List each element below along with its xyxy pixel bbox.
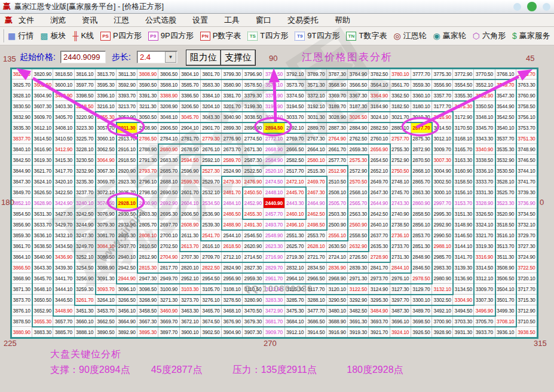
grid-cell: 2776.90 — [222, 133, 243, 144]
menu-item-7[interactable]: 窗口 — [256, 15, 271, 26]
grid-cell: 3021.70 — [390, 112, 411, 122]
toolbar-label: 9P四方形 — [161, 30, 194, 41]
grid-cell: 2608.90 — [180, 219, 201, 230]
toolbar-button-hexagon[interactable]: ⬡六角形 — [473, 30, 506, 41]
grid-cell: 3592.90 — [117, 79, 137, 90]
hexagon-icon: ⬡ — [473, 32, 480, 40]
grid-cell: 3316.90 — [474, 252, 495, 262]
grid-cell-center: 2440.90 — [264, 198, 284, 209]
grid-cell: 3004.90 — [432, 166, 453, 176]
toolbar-button-p-number-table[interactable]: PNP数字表 — [200, 30, 241, 41]
grid-cell: 3799.30 — [222, 69, 243, 79]
grid-cell: 3645.70 — [32, 273, 53, 284]
grid-cell: 2455.30 — [243, 209, 264, 219]
grid-cell: 3420.10 — [53, 176, 74, 187]
grid-cell: 3597.70 — [75, 79, 96, 90]
grid-cell: 3578.50 — [243, 79, 264, 90]
grid-cell: 3355.30 — [453, 90, 474, 101]
grid-cell: 3549.70 — [495, 79, 516, 90]
grid-cell: 3885.70 — [53, 327, 74, 338]
t-square-icon: TS — [247, 32, 258, 41]
close-button[interactable] — [543, 3, 550, 11]
grid-cell: 2445.70 — [285, 187, 306, 198]
toolbar-button-t-square[interactable]: TST四方形 — [247, 30, 288, 41]
grid-cell: 2642.50 — [369, 209, 390, 219]
toolbar-button-9p-square[interactable]: P99P四方形 — [148, 30, 194, 41]
grid-cell: 3122.50 — [348, 284, 369, 295]
grid-cell: 3211.30 — [137, 101, 158, 112]
grid-cell: 3624.10 — [32, 176, 53, 187]
grid-cell: 3170.50 — [453, 122, 474, 133]
start-price-input[interactable]: 2440.9099 — [60, 51, 106, 63]
chevron-down-icon[interactable]: ▼ — [165, 51, 176, 63]
grid-cell: 3204.10 — [201, 101, 222, 112]
toolbar-button-winner-wheel[interactable]: ◉赢家轮 — [433, 30, 466, 41]
toolbar-label: P四方形 — [113, 30, 142, 41]
grid-cell: 3626.50 — [32, 187, 53, 198]
grid-cell: 3045.70 — [180, 112, 201, 122]
menu-item-6[interactable]: 工具 — [224, 15, 240, 26]
resistance-button[interactable]: 阻力位 — [186, 50, 221, 66]
toolbar-button-kline[interactable]: ╫K线 — [72, 30, 94, 41]
menu-item-8[interactable]: 交易委托 — [287, 15, 319, 26]
menu-item-1[interactable]: 浏览 — [50, 15, 66, 26]
grid-cell: 2620.90 — [243, 241, 264, 252]
toolbar-button-t-number-table[interactable]: TNT数字表 — [346, 30, 387, 41]
grid-cell: 2800.90 — [137, 198, 158, 209]
toolbar-button-sectors[interactable]: ▩板块 — [40, 30, 66, 41]
grid-cell: 3477.70 — [306, 305, 327, 316]
grid-cell: 2462.50 — [306, 209, 327, 219]
menu-item-4[interactable]: 公式选股 — [145, 15, 176, 26]
grid-cell: 2896.90 — [243, 122, 264, 133]
grid-cell: 3720.10 — [516, 273, 537, 284]
grid-cell: 2704.90 — [158, 252, 179, 262]
grid-cell: 3458.50 — [137, 305, 158, 316]
step-combobox[interactable]: 2.4 ▼ — [137, 51, 177, 63]
grid-cell: 3847.30 — [11, 176, 32, 187]
toolbar-label: 赢家轮 — [443, 30, 466, 41]
grid-cell: 3295.30 — [369, 295, 390, 305]
toolbar-button-winner-service[interactable]: $赢家服务 — [512, 30, 550, 41]
grid-cell: 2935.30 — [117, 230, 137, 241]
grid-cell: 2786.50 — [137, 133, 158, 144]
maximize-button[interactable] — [527, 2, 537, 11]
menu-item-9[interactable]: 帮助 — [335, 15, 350, 26]
grid-cell: 3451.30 — [75, 305, 96, 316]
grid-cell: 3511.30 — [495, 252, 516, 262]
grid-cell: 2534.50 — [201, 198, 222, 209]
menu-item-3[interactable]: 江恩 — [114, 15, 129, 26]
grid-cell: 2740.90 — [390, 209, 411, 219]
grid-cell: 2784.10 — [158, 133, 179, 144]
menu-item-0[interactable]: 文件 — [19, 15, 34, 26]
grid-cell: 3631.30 — [32, 209, 53, 219]
9p-square-icon: P9 — [148, 32, 158, 41]
grid-cell: 3753.70 — [516, 122, 537, 133]
support-button[interactable]: 支撑位 — [221, 50, 256, 66]
grid-cell: 2630.50 — [327, 241, 348, 252]
menu-item-2[interactable]: 资讯 — [82, 15, 97, 26]
grid-cell: 3840.10 — [11, 144, 32, 155]
grid-cell: 3628.90 — [32, 198, 53, 209]
grid-cell: 2647.30 — [369, 187, 390, 198]
toolbar-button-p-square[interactable]: PSP四方形 — [100, 30, 142, 41]
minimize-button[interactable] — [513, 3, 521, 11]
grid-cell: 3379.30 — [243, 90, 264, 101]
grid-cell: 3199.30 — [243, 101, 264, 112]
grid-cell: 3657.70 — [53, 316, 74, 327]
grid-cell: 3792.10 — [285, 69, 306, 79]
grid-cell: 3717.70 — [516, 284, 537, 295]
grid-cell: 3600.10 — [53, 79, 74, 90]
grid-cell: 3350.50 — [474, 101, 495, 112]
menu-item-5[interactable]: 设置 — [192, 15, 208, 26]
grid-cell: 3777.70 — [411, 69, 432, 79]
grid-cell: 3933.70 — [474, 327, 495, 338]
grid-cell: 2592.10 — [201, 155, 222, 166]
grid-cell: 3055.30 — [96, 112, 117, 122]
toolbar-button-gann-wheel[interactable]: ◎江恩轮 — [393, 30, 426, 41]
toolbar-button-9t-square[interactable]: T99T四方形 — [295, 30, 339, 41]
grid-cell: 3789.70 — [306, 69, 327, 79]
toolbar-label: T数字表 — [359, 30, 387, 41]
grid-cell: 3688.90 — [327, 316, 348, 327]
toolbar-button-market-quotes[interactable]: ▦行情 — [8, 30, 33, 41]
grid-cell: 2724.10 — [327, 252, 348, 262]
